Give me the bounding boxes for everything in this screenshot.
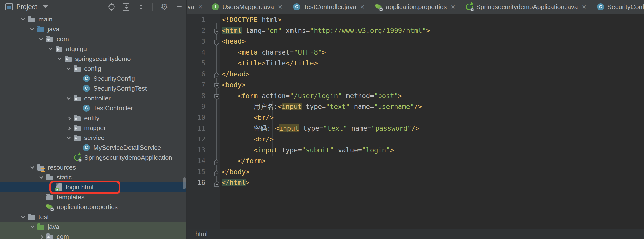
close-icon[interactable]: × <box>278 3 282 11</box>
html-file-icon: H <box>55 183 63 191</box>
tree-scrollbar-thumb[interactable] <box>183 177 186 189</box>
tree-item-service[interactable]: service <box>0 133 186 143</box>
chevron-expanded-icon[interactable] <box>28 24 36 34</box>
tree-item-config[interactable]: config <box>0 64 186 74</box>
fold-start-icon[interactable] <box>214 82 220 88</box>
chevron-expanded-icon[interactable] <box>64 133 73 143</box>
spring-boot-icon <box>73 153 81 162</box>
code-segment <box>222 92 238 100</box>
breadcrumb-bar: html <box>187 229 644 239</box>
tab-securityconfig-java[interactable]: CSecurityConfig.java× <box>591 0 644 14</box>
tab-label: application.properties <box>386 3 447 11</box>
close-icon[interactable]: × <box>360 3 365 11</box>
folder-resources-icon <box>37 163 45 172</box>
tree-item-application-properties[interactable]: application.properties <box>0 202 186 212</box>
tree-item-springsecuritydemoapplication[interactable]: SpringsecuritydemoApplication <box>0 153 186 162</box>
tab-springsecuritydemoapplication-java[interactable]: SpringsecuritydemoApplication.java× <box>460 0 591 14</box>
tree-item-label: TestController <box>93 104 133 112</box>
fold-end-icon[interactable] <box>214 158 220 164</box>
chevron-expanded-icon[interactable] <box>46 44 54 54</box>
code-segment: > <box>278 16 282 24</box>
code-line-2: <html lang="en" xmlns="http://www.w3.org… <box>222 25 430 36</box>
chevron-expanded-icon[interactable] <box>28 222 36 231</box>
tree-item-label: service <box>84 134 104 142</box>
hide-panel-icon[interactable] <box>175 3 184 11</box>
code-area[interactable]: <!DOCTYPE html><html lang="en" xmlns="ht… <box>222 14 644 229</box>
tree-item-com[interactable]: com <box>0 34 186 44</box>
close-icon[interactable]: × <box>451 3 455 11</box>
chevron-expanded-icon[interactable] <box>37 172 46 182</box>
spring-boot-icon <box>465 3 473 11</box>
fold-start-icon[interactable] <box>214 28 220 34</box>
tree-item-main[interactable]: main <box>0 14 186 24</box>
expand-all-icon[interactable] <box>122 3 131 11</box>
tree-item-java[interactable]: java <box>0 24 186 34</box>
tree-item-securityconfigtest[interactable]: CSecurityConfigTest <box>0 83 186 93</box>
tab-label: TestController.java <box>304 3 356 11</box>
locate-target-icon[interactable] <box>107 3 116 11</box>
toolbar-divider <box>152 3 153 11</box>
line-number: 6 <box>188 69 205 80</box>
settings-gear-icon[interactable]: ⚙ <box>160 3 169 11</box>
line-number: 2 <box>188 25 205 36</box>
class-icon: C <box>82 74 90 83</box>
tree-item-label: main <box>38 16 52 23</box>
tree-item-resources[interactable]: resources <box>0 162 186 172</box>
chevron-collapsed-icon[interactable] <box>64 123 73 133</box>
tree-item-testcontroller[interactable]: CTestController <box>0 103 186 113</box>
code-line-14: </form> <box>222 156 266 166</box>
tab-usersmapper-java[interactable]: IUsersMapper.java× <box>206 0 287 14</box>
tree-item-atguigu[interactable]: atguigu <box>0 44 186 54</box>
tree-item-label: atguigu <box>66 45 87 53</box>
chevron-down-icon[interactable] <box>43 6 48 9</box>
code-line-6: </head> <box>222 69 250 80</box>
tree-item-controller[interactable]: controller <box>0 93 186 103</box>
tree-item-static[interactable]: static <box>0 172 186 182</box>
tree-item-entity[interactable]: entity <box>0 113 186 123</box>
package-icon <box>73 94 81 102</box>
close-icon[interactable]: × <box>582 3 586 11</box>
editor-body[interactable]: 12345678910111213141516 <!DOCTYPE html><… <box>187 14 644 229</box>
chevron-collapsed-icon[interactable] <box>64 113 73 123</box>
chevron-expanded-icon[interactable] <box>64 64 73 74</box>
project-panel-title[interactable]: Project <box>16 3 37 11</box>
chevron-expanded-icon[interactable] <box>19 212 27 222</box>
chevron-expanded-icon[interactable] <box>55 54 64 64</box>
close-icon[interactable]: × <box>198 3 202 11</box>
fold-start-icon[interactable] <box>214 38 220 45</box>
breadcrumb-item-html[interactable]: html <box>196 230 208 238</box>
line-number: 8 <box>188 90 205 101</box>
code-segment: value= <box>334 146 362 154</box>
tab-testcontroller-java[interactable]: CTestController.java× <box>287 0 369 14</box>
tab-label: SpringsecuritydemoApplication.java <box>476 3 578 11</box>
tree-item-test[interactable]: test <box>0 212 186 222</box>
code-segment <box>222 59 238 67</box>
tab-application-properties[interactable]: application.properties× <box>370 0 460 14</box>
tab-va[interactable]: va× <box>187 0 206 14</box>
code-segment <box>222 48 238 56</box>
tree-item-myservicedetailservice[interactable]: CMyServiceDetailService <box>0 143 186 153</box>
chevron-expanded-icon[interactable] <box>19 14 27 24</box>
code-segment: "post" <box>374 92 398 100</box>
tree-item-springsecuritydemo[interactable]: springsecuritydemo <box>0 54 186 64</box>
tab-label: SecurityConfig.java <box>608 3 644 11</box>
fold-end-icon[interactable] <box>214 71 220 77</box>
tree-item-mapper[interactable]: mapper <box>0 123 186 133</box>
fold-end-icon[interactable] <box>214 179 220 186</box>
chevron-expanded-icon[interactable] <box>64 93 73 103</box>
code-segment: name= <box>350 103 374 110</box>
fold-start-icon[interactable] <box>214 93 220 99</box>
code-segment: method= <box>342 92 374 100</box>
tree-item-login-html[interactable]: Hlogin.html <box>0 182 186 192</box>
collapse-all-icon[interactable] <box>137 3 146 11</box>
tree-item-com[interactable]: com <box>0 231 186 239</box>
chevron-expanded-icon[interactable] <box>37 34 46 44</box>
tree-item-label: SecurityConfig <box>93 75 135 83</box>
tree-item-java[interactable]: java <box>0 222 186 231</box>
folder-test-icon <box>37 222 45 231</box>
chevron-collapsed-icon[interactable] <box>37 231 46 239</box>
chevron-expanded-icon[interactable] <box>28 162 36 172</box>
tree-item-securityconfig[interactable]: CSecurityConfig <box>0 74 186 83</box>
tree-item-templates[interactable]: templates <box>0 192 186 202</box>
fold-end-icon[interactable] <box>214 169 220 175</box>
